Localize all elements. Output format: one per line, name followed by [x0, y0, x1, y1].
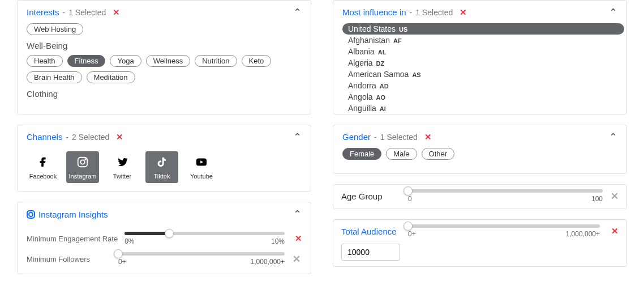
- channel-label: Twitter: [113, 173, 131, 180]
- channels-title[interactable]: Channels: [27, 132, 62, 142]
- age-group-title: Age Group: [341, 192, 400, 201]
- tag-health[interactable]: Health: [27, 55, 63, 67]
- country-code: AF: [393, 37, 402, 44]
- facebook-icon: [37, 156, 49, 168]
- followers-min: 0+: [118, 258, 126, 266]
- tag-yoga[interactable]: Yoga: [110, 55, 141, 67]
- age-clear[interactable]: ✕: [611, 190, 619, 202]
- country-dz[interactable]: AlgeriaDZ: [342, 57, 624, 69]
- country-name: Angola: [348, 92, 373, 101]
- followers-label: Minimum Followers: [27, 255, 111, 263]
- age-group-slider[interactable]: [408, 189, 603, 193]
- influence-panel: Most influence in - 1 Selected ✕ ⌃ Unite…: [333, 0, 627, 114]
- interests-collapse[interactable]: ⌃: [293, 6, 302, 19]
- country-code: AD: [380, 83, 389, 90]
- country-name: Andorra: [348, 81, 376, 90]
- tag-meditation[interactable]: Meditation: [87, 71, 135, 83]
- gender-male[interactable]: Male: [386, 148, 417, 160]
- country-code: US: [399, 26, 407, 33]
- country-code: AO: [376, 94, 386, 101]
- country-code: AS: [412, 71, 420, 78]
- influence-clear[interactable]: ✕: [460, 7, 467, 18]
- category-label: Well-Being: [27, 41, 308, 50]
- country-name: American Samoa: [348, 70, 409, 79]
- channels-selected-count: 2 Selected: [72, 133, 109, 142]
- gender-clear[interactable]: ✕: [424, 132, 432, 142]
- gender-other[interactable]: Other: [422, 148, 455, 160]
- channel-facebook[interactable]: Facebook: [27, 151, 59, 183]
- country-al[interactable]: AlbaniaAL: [342, 46, 624, 57]
- gender-title[interactable]: Gender: [342, 132, 371, 142]
- engagement-label: Minimum Engagement Rate: [27, 235, 118, 243]
- audience-clear[interactable]: ✕: [611, 226, 619, 236]
- country-name: Algeria: [348, 58, 373, 67]
- country-name: Anguilla: [348, 104, 376, 113]
- channels-clear[interactable]: ✕: [116, 132, 123, 142]
- channel-instagram[interactable]: Instagram: [66, 151, 99, 183]
- tag-brain-health[interactable]: Brain Health: [27, 71, 82, 83]
- interests-title[interactable]: Interests: [27, 7, 59, 17]
- followers-slider[interactable]: [118, 252, 285, 256]
- gender-selected-count: 1 Selected: [380, 133, 418, 142]
- audience-title: Total Audience: [341, 227, 400, 236]
- channel-label: Facebook: [29, 173, 57, 180]
- tag-nutrition[interactable]: Nutrition: [195, 55, 237, 67]
- country-name: United States: [348, 24, 396, 33]
- country-name: Albania: [348, 47, 375, 56]
- channels-collapse[interactable]: ⌃: [293, 131, 302, 143]
- tag-wellness[interactable]: Wellness: [146, 55, 191, 67]
- followers-max: 1,000,000+: [251, 258, 285, 266]
- interests-clear[interactable]: ✕: [113, 7, 120, 18]
- tag-fitness[interactable]: Fitness: [67, 55, 106, 67]
- channel-youtube[interactable]: Youtube: [185, 151, 218, 183]
- svg-point-1: [80, 160, 84, 164]
- audience-panel: Total Audience 0+ 1,000,000+ ✕: [333, 219, 627, 267]
- gender-female[interactable]: Female: [342, 148, 381, 160]
- channels-sep: -: [66, 133, 68, 142]
- country-ao[interactable]: AngolaAO: [342, 91, 624, 103]
- audience-input[interactable]: [341, 244, 400, 261]
- instagram-icon: [76, 156, 89, 168]
- influence-selected-count: 1 Selected: [415, 8, 453, 17]
- influence-collapse[interactable]: ⌃: [609, 6, 617, 19]
- influence-scroll[interactable]: United StatesUSAfghanistanAFAlbaniaALAlg…: [333, 23, 626, 114]
- gender-sep: -: [374, 133, 377, 142]
- influence-title[interactable]: Most influence in: [342, 7, 406, 17]
- engagement-max: 10%: [271, 237, 285, 245]
- interests-scroll[interactable]: Web Hosting Well-BeingHealthFitnessYogaW…: [18, 23, 311, 114]
- channel-tiktok[interactable]: Tiktok: [145, 151, 178, 183]
- tag-web-hosting[interactable]: Web Hosting: [27, 23, 83, 35]
- tag-keto[interactable]: Keto: [242, 55, 272, 67]
- twitter-icon: [116, 156, 128, 168]
- instagram-outline-icon: [27, 210, 35, 219]
- engagement-clear[interactable]: ✕: [295, 233, 302, 243]
- audience-max: 1,000,000+: [566, 230, 600, 238]
- gender-collapse[interactable]: ⌃: [609, 131, 617, 143]
- audience-min: 0+: [408, 230, 416, 238]
- interests-panel: Interests - 1 Selected ✕ ⌃ Web Hosting W…: [17, 0, 311, 114]
- age-max: 100: [591, 195, 603, 203]
- country-as[interactable]: American SamoaAS: [342, 69, 624, 80]
- channel-label: Youtube: [190, 173, 213, 180]
- influence-sep: -: [410, 8, 413, 17]
- insights-title: Instagram Insights: [38, 210, 108, 219]
- audience-slider[interactable]: [408, 224, 600, 228]
- engagement-slider[interactable]: [124, 232, 285, 235]
- country-ad[interactable]: AndorraAD: [342, 80, 624, 91]
- age-group-panel: Age Group 0 100 ✕: [333, 184, 627, 209]
- country-name: Afghanistan: [348, 36, 390, 45]
- channel-label: Tiktok: [154, 173, 170, 180]
- country-ai[interactable]: AnguillaAI: [342, 103, 624, 114]
- channel-twitter[interactable]: Twitter: [106, 151, 139, 183]
- insights-panel: Instagram Insights ⌃ Minimum Engagement …: [17, 202, 311, 274]
- country-code: DZ: [376, 60, 385, 67]
- youtube-icon: [195, 156, 208, 168]
- channels-panel: Channels - 2 Selected ✕ ⌃ FacebookInstag…: [17, 125, 311, 192]
- followers-clear[interactable]: ✕: [293, 254, 300, 265]
- category-label: Clothing: [27, 89, 308, 99]
- tiktok-icon: [156, 156, 168, 168]
- insights-collapse[interactable]: ⌃: [293, 208, 302, 220]
- country-af[interactable]: AfghanistanAF: [342, 35, 624, 46]
- interests-selected-count: 1 Selected: [68, 8, 106, 17]
- country-us[interactable]: United StatesUS: [342, 23, 624, 35]
